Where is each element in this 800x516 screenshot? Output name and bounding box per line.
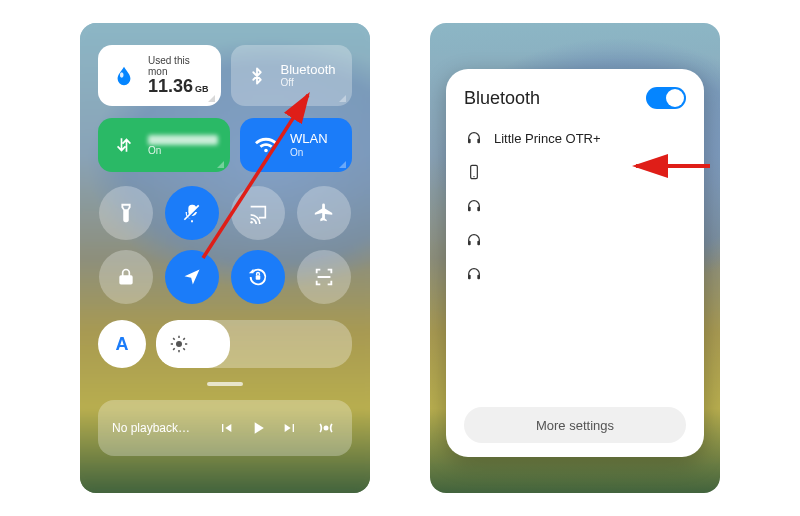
wifi-icon	[252, 131, 280, 159]
mobile-data-tile[interactable]: On	[98, 118, 230, 172]
mute-button[interactable]	[165, 186, 219, 240]
phone-bluetooth-panel: Bluetooth Little Prince OTR+ More settin…	[430, 23, 720, 493]
svg-line-10	[173, 348, 175, 350]
svg-rect-18	[468, 207, 471, 212]
svg-line-11	[183, 338, 185, 340]
rotation-lock-button[interactable]	[231, 250, 285, 304]
flashlight-icon	[115, 202, 137, 224]
media-player-tile[interactable]: No playback…	[98, 400, 352, 456]
more-settings-label: More settings	[536, 418, 614, 433]
svg-rect-20	[468, 241, 471, 246]
airplane-mode-button[interactable]	[297, 186, 351, 240]
svg-point-3	[176, 341, 182, 347]
rotation-lock-icon	[247, 266, 269, 288]
media-output-button[interactable]	[314, 416, 338, 440]
bluetooth-device-item[interactable]	[464, 223, 686, 257]
device-name: Little Prince OTR+	[494, 131, 684, 146]
location-arrow-icon	[182, 267, 202, 287]
blurred-carrier-name	[148, 135, 218, 145]
bluetooth-tile[interactable]: Bluetooth Off	[231, 45, 352, 106]
auto-brightness-button[interactable]: A	[98, 320, 146, 368]
tutorial-stage: Used this mon 11.36GB Bluetooth Off	[0, 0, 800, 516]
media-play-button[interactable]	[246, 416, 270, 440]
control-center: Used this mon 11.36GB Bluetooth Off	[80, 23, 370, 493]
auto-brightness-label: A	[116, 334, 129, 355]
brightness-fill	[156, 320, 230, 368]
more-settings-button[interactable]: More settings	[464, 407, 686, 443]
bluetooth-device-item[interactable]: Little Prince OTR+	[464, 121, 686, 155]
data-usage-unit: GB	[195, 84, 209, 94]
svg-line-8	[173, 338, 175, 340]
quick-toggle-grid	[98, 186, 352, 304]
data-usage-header: Used this mon	[148, 55, 209, 77]
bluetooth-tile-status: Off	[281, 77, 336, 88]
mute-icon	[181, 202, 203, 224]
svg-point-1	[250, 221, 253, 224]
headphones-icon	[466, 232, 482, 248]
resize-handle-icon	[208, 95, 215, 102]
bluetooth-icon	[243, 62, 271, 90]
skip-next-icon	[282, 420, 298, 436]
data-usage-value: 11.36	[148, 76, 193, 96]
wlan-tile-status: On	[290, 147, 328, 158]
media-next-button[interactable]	[278, 416, 302, 440]
scan-icon	[313, 266, 335, 288]
brightness-slider[interactable]	[156, 320, 352, 368]
svg-rect-2	[256, 275, 261, 280]
svg-rect-15	[477, 139, 480, 144]
mobile-data-status: On	[148, 145, 218, 156]
phone-icon	[466, 164, 482, 180]
resize-handle-icon	[339, 161, 346, 168]
svg-rect-14	[468, 139, 471, 144]
bluetooth-panel-title: Bluetooth	[464, 88, 540, 109]
headphones-icon	[466, 266, 482, 282]
resize-handle-icon	[217, 161, 224, 168]
cast-icon	[247, 202, 269, 224]
lock-button[interactable]	[99, 250, 153, 304]
svg-line-9	[183, 348, 185, 350]
wlan-tile[interactable]: WLAN On	[240, 118, 352, 172]
svg-rect-19	[477, 207, 480, 212]
data-arrows-icon	[110, 131, 138, 159]
resize-handle-icon	[339, 95, 346, 102]
phone-control-center: Used this mon 11.36GB Bluetooth Off	[80, 23, 370, 493]
headphones-icon	[466, 130, 482, 146]
svg-rect-23	[477, 275, 480, 280]
bluetooth-panel: Bluetooth Little Prince OTR+ More settin…	[446, 69, 704, 457]
svg-point-17	[473, 176, 474, 177]
skip-previous-icon	[218, 420, 234, 436]
cast-audio-icon	[316, 418, 336, 438]
svg-rect-21	[477, 241, 480, 246]
scanner-button[interactable]	[297, 250, 351, 304]
cast-button[interactable]	[231, 186, 285, 240]
bluetooth-device-item[interactable]	[464, 257, 686, 291]
play-icon	[248, 418, 268, 438]
svg-point-12	[324, 426, 329, 431]
bluetooth-toggle-switch[interactable]	[646, 87, 686, 109]
lock-icon	[116, 267, 136, 287]
airplane-icon	[313, 202, 335, 224]
flashlight-button[interactable]	[99, 186, 153, 240]
bluetooth-device-list: Little Prince OTR+	[464, 121, 686, 291]
headphones-icon	[466, 198, 482, 214]
water-drop-icon	[110, 62, 138, 90]
media-previous-button[interactable]	[214, 416, 238, 440]
bluetooth-tile-title: Bluetooth	[281, 63, 336, 77]
svg-point-0	[120, 72, 124, 78]
bluetooth-device-item[interactable]	[464, 189, 686, 223]
brightness-icon	[170, 335, 188, 353]
data-usage-tile[interactable]: Used this mon 11.36GB	[98, 45, 221, 106]
drag-handle-icon[interactable]	[207, 382, 243, 386]
location-button[interactable]	[165, 250, 219, 304]
wlan-tile-title: WLAN	[290, 132, 328, 146]
svg-rect-22	[468, 275, 471, 280]
media-label: No playback…	[112, 421, 206, 435]
bluetooth-device-item[interactable]	[464, 155, 686, 189]
